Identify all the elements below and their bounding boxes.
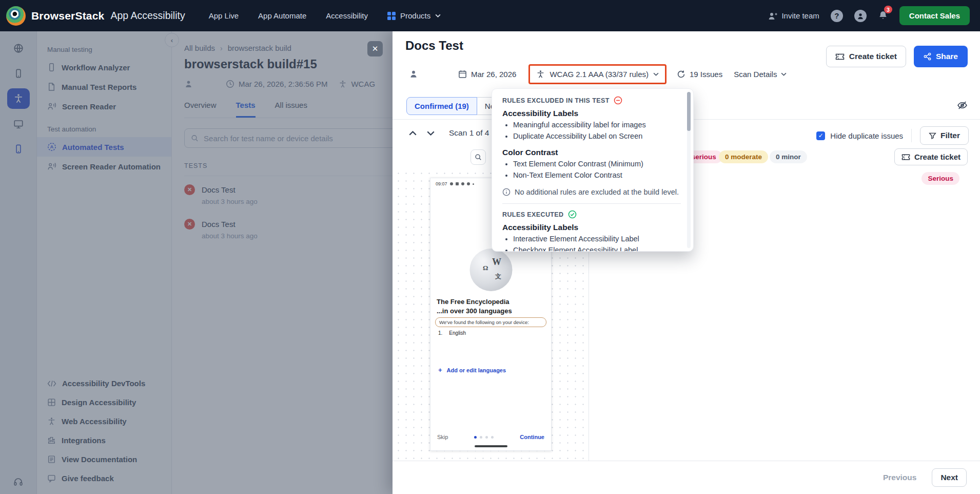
share-button[interactable]: Share <box>914 46 968 67</box>
divider <box>911 129 912 142</box>
next-button[interactable]: Next <box>932 468 967 487</box>
nav-link-accessibility[interactable]: Accessibility <box>326 11 368 20</box>
wcag-rules-dropdown-panel: RULES EXCLUDED IN THIS TEST Accessibilit… <box>492 88 694 252</box>
chevron-down-icon <box>435 14 441 17</box>
phone-clock: 09:07 <box>436 181 447 186</box>
create-ticket-small-label: Create ticket <box>914 153 961 161</box>
scan-details-label: Scan Details <box>734 70 777 79</box>
calendar-icon <box>458 70 467 79</box>
filter-button[interactable]: Filter <box>920 126 969 145</box>
ticket-icon <box>835 53 845 61</box>
skip-button[interactable]: Skip <box>437 434 448 440</box>
continue-button[interactable]: Continue <box>520 434 544 440</box>
scan-counter: Scan 1 of 4 <box>449 128 489 138</box>
wcag-ruleset-dropdown[interactable]: WCAG 2.1 AAA (33/37 rules) <box>528 64 667 84</box>
build-level-note: No additional rules are excluded at the … <box>502 188 681 196</box>
check-circle-icon <box>568 210 577 219</box>
hide-duplicates-checkbox[interactable]: ✓ <box>816 131 825 140</box>
minus-circle-icon <box>614 96 622 105</box>
phone-footer-bar: Skip Continue <box>437 434 544 440</box>
info-icon <box>502 188 511 196</box>
language-list-item[interactable]: 1. English <box>438 330 466 336</box>
filter-label: Filter <box>940 131 960 140</box>
contact-sales-button[interactable]: Contact Sales <box>899 6 970 25</box>
build-level-note-text: No additional rules are excluded at the … <box>515 188 679 196</box>
dropdown-scrollbar-thumb[interactable] <box>687 92 691 131</box>
language-name: English <box>449 330 466 336</box>
hide-duplicates-label: Hide duplicate issues <box>830 131 903 140</box>
chevron-down-button[interactable] <box>427 131 435 136</box>
rule-item: Non-Text Element Color Contrast <box>513 170 681 180</box>
rule-item: Interactive Element Accessibility Label <box>513 234 681 244</box>
status-icon <box>461 182 464 185</box>
carousel-dots <box>474 436 494 439</box>
create-ticket-small-button[interactable]: Create ticket <box>894 148 968 165</box>
products-menu[interactable]: Products <box>387 11 441 20</box>
invite-team-button[interactable]: Invite team <box>768 11 819 20</box>
search-icon <box>475 154 482 161</box>
test-owner <box>409 69 418 79</box>
rules-executed-header: RULES EXECUTED <box>502 210 681 219</box>
help-icon[interactable]: ? <box>831 10 843 22</box>
notification-badge: 3 <box>884 6 892 13</box>
add-languages-button[interactable]: + Add or edit languages <box>438 366 506 374</box>
product-name: App Accessibility <box>110 10 185 22</box>
rule-list: Meaningful accessibility label for image… <box>502 120 681 141</box>
logo-letter: 文 <box>495 272 501 281</box>
test-detail-modal: Docs Test Create ticket Share Mar 26, 20… <box>393 31 980 494</box>
test-date: Mar 26, 2026 <box>458 70 516 79</box>
moderate-count-badge: 0 moderate <box>719 150 768 163</box>
modal-actions: Create ticket Share <box>826 46 968 67</box>
language-number: 1. <box>438 330 442 336</box>
nav-link-app-live[interactable]: App Live <box>209 11 239 20</box>
status-icon <box>467 182 470 185</box>
test-date-text: Mar 26, 2026 <box>471 70 516 79</box>
wiki-tagline-2: ...in over 300 languages <box>437 307 512 315</box>
app-accessibility-window: BrowserStack App Accessibility App Live … <box>0 0 980 494</box>
wikipedia-logo: W Ω 文 <box>469 249 512 291</box>
rules-excluded-header: RULES EXCLUDED IN THIS TEST <box>502 96 681 105</box>
status-icon <box>450 182 453 185</box>
products-label: Products <box>400 11 430 20</box>
rule-item: Meaningful accessibility label for image… <box>513 120 681 130</box>
funnel-icon <box>929 132 936 140</box>
person-icon <box>409 69 418 79</box>
scan-details-dropdown[interactable]: Scan Details <box>734 70 787 79</box>
rule-group-title: Accessibility Labels <box>502 223 681 232</box>
rule-item: Text Element Color Contrast (Minimum) <box>513 159 681 169</box>
previous-button[interactable]: Previous <box>883 473 916 482</box>
hide-issues-eye-button[interactable] <box>957 100 968 112</box>
nav-link-app-automate[interactable]: App Automate <box>258 11 306 20</box>
chevron-down-icon <box>653 72 659 76</box>
status-icon <box>456 182 459 185</box>
wcag-ruleset-value: WCAG 2.1 AAA (33/37 rules) <box>550 70 649 79</box>
avatar-person-icon <box>857 12 864 20</box>
issue-search-button[interactable] <box>471 149 486 165</box>
rule-list: Interactive Element Accessibility Label … <box>502 234 681 252</box>
rules-executed-title: RULES EXECUTED <box>502 211 564 218</box>
rule-item: Checkbox Element Accessibility Label <box>513 245 681 252</box>
device-language-banner: We've found the following on your device… <box>435 317 546 327</box>
refresh-icon <box>677 70 685 79</box>
modal-meta-row: Mar 26, 2026 WCAG 2.1 AAA (33/37 rules) … <box>408 63 787 85</box>
modal-title: Docs Test <box>405 39 463 53</box>
wiki-tagline-1: The Free Encyclopedia <box>437 298 509 306</box>
modal-close-button[interactable]: ✕ <box>367 41 383 56</box>
modal-backdrop[interactable] <box>0 31 393 494</box>
rule-list: Text Element Color Contrast (Minimum) No… <box>502 159 681 180</box>
home-indicator <box>475 445 507 447</box>
status-icon <box>473 183 474 185</box>
create-ticket-button[interactable]: Create ticket <box>826 46 906 67</box>
browserstack-logo-icon[interactable] <box>6 6 26 26</box>
rules-excluded-title: RULES EXCLUDED IN THIS TEST <box>502 97 610 104</box>
ticket-icon <box>901 154 910 161</box>
avatar[interactable] <box>854 10 867 22</box>
create-ticket-label: Create ticket <box>849 52 897 61</box>
phone-status-bar: 09:07 <box>436 181 474 186</box>
rule-group-title: Color Contrast <box>502 148 681 157</box>
tab-confirmed[interactable]: Confirmed (19) <box>406 97 477 115</box>
products-grid-icon <box>387 12 396 20</box>
accessibility-icon <box>536 70 545 79</box>
chevron-up-button[interactable] <box>409 131 417 136</box>
notifications-button[interactable]: 3 <box>878 10 888 21</box>
